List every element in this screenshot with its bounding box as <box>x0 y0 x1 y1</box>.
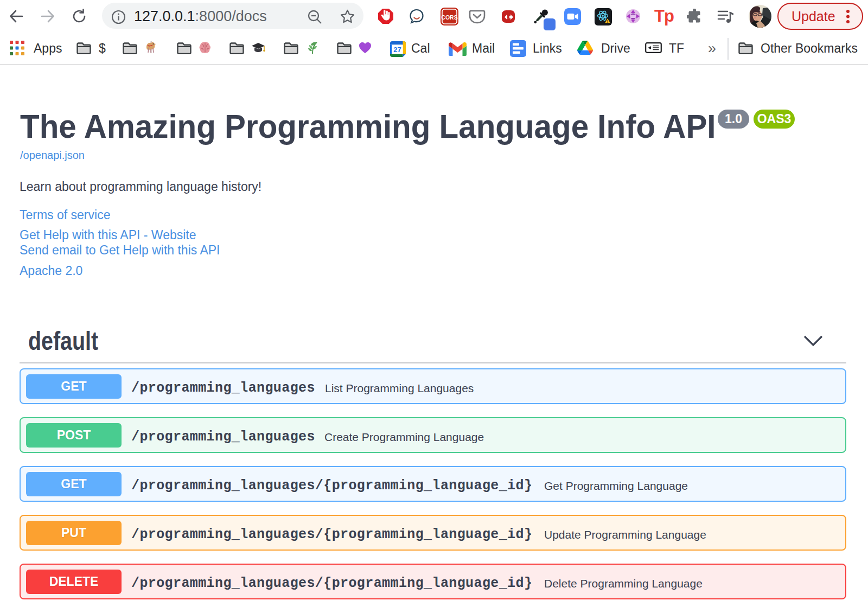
svg-text:27: 27 <box>393 46 401 54</box>
svg-text:!: ! <box>607 20 608 23</box>
svg-text:CORS: CORS <box>441 14 457 21</box>
